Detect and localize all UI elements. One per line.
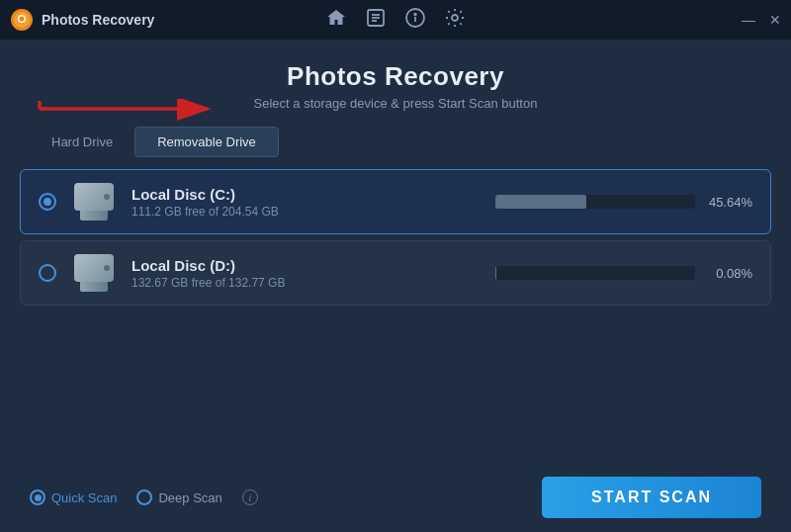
quick-scan-option[interactable]: Quick Scan — [30, 489, 117, 505]
drive-name-c: Local Disc (C:) — [132, 186, 482, 203]
minimize-button[interactable]: — — [742, 12, 755, 28]
svg-point-11 — [452, 15, 458, 21]
scan-icon[interactable] — [365, 7, 387, 34]
drive-progress-c: 45.64% — [495, 195, 752, 210]
deep-scan-option[interactable]: Deep Scan — [136, 489, 221, 505]
app-title: Photos Recovery — [42, 12, 154, 28]
drive-info-d: Local Disc (D:) 132.67 GB free of 132.77… — [132, 257, 482, 290]
tabs-section: Hard Drive Removable Drive — [0, 127, 791, 157]
close-button[interactable]: ✕ — [769, 12, 781, 28]
main-content: Photos Recovery Select a storage device … — [0, 40, 791, 532]
drive-item-d[interactable]: Local Disc (D:) 132.67 GB free of 132.77… — [20, 240, 771, 306]
tab-hard-drive[interactable]: Hard Drive — [30, 127, 134, 157]
drive-percent-c: 45.64% — [705, 195, 752, 210]
drive-percent-d: 0.08% — [705, 266, 752, 281]
drive-progress-d: 0.08% — [495, 266, 752, 281]
settings-icon[interactable] — [444, 7, 466, 34]
drive-radio-d[interactable] — [39, 264, 56, 282]
title-bar: Photos Recovery — [0, 0, 791, 40]
tab-removable-drive[interactable]: Removable Drive — [134, 127, 279, 157]
start-scan-button[interactable]: START SCAN — [542, 477, 761, 518]
drive-item-c[interactable]: Local Disc (C:) 111.2 GB free of 204.54 … — [20, 169, 771, 234]
drive-radio-c[interactable] — [39, 193, 56, 211]
deep-scan-radio[interactable] — [136, 489, 152, 505]
app-logo — [10, 8, 34, 32]
drive-icon-d — [70, 255, 118, 291]
deep-scan-label: Deep Scan — [158, 490, 221, 505]
svg-point-10 — [414, 13, 416, 15]
info-icon[interactable] — [404, 7, 426, 34]
drive-list: Local Disc (C:) 111.2 GB free of 204.54 … — [0, 169, 791, 467]
drive-name-d: Local Disc (D:) — [132, 257, 482, 274]
drive-bar-d — [495, 266, 695, 280]
page-subtitle: Select a storage device & press Start Sc… — [20, 96, 771, 111]
window-controls: — ✕ — [742, 12, 781, 28]
quick-scan-radio[interactable] — [30, 489, 45, 505]
svg-point-3 — [20, 17, 25, 22]
drive-info-c: Local Disc (C:) 111.2 GB free of 204.54 … — [132, 186, 482, 219]
quick-scan-label: Quick Scan — [51, 490, 117, 505]
scan-info-icon[interactable]: i — [242, 489, 258, 505]
header-section: Photos Recovery Select a storage device … — [0, 40, 791, 127]
drive-fill-c — [495, 195, 586, 209]
drive-bar-c — [495, 195, 695, 209]
drive-space-c: 111.2 GB free of 204.54 GB — [132, 205, 482, 219]
scan-options: Quick Scan Deep Scan i — [30, 489, 258, 505]
home-icon[interactable] — [325, 7, 347, 34]
page-title: Photos Recovery — [20, 61, 771, 92]
nav-bar — [325, 7, 466, 34]
drive-space-d: 132.67 GB free of 132.77 GB — [132, 276, 482, 290]
scan-section: Quick Scan Deep Scan i START SCAN — [0, 467, 791, 532]
drive-icon-c — [70, 184, 118, 220]
